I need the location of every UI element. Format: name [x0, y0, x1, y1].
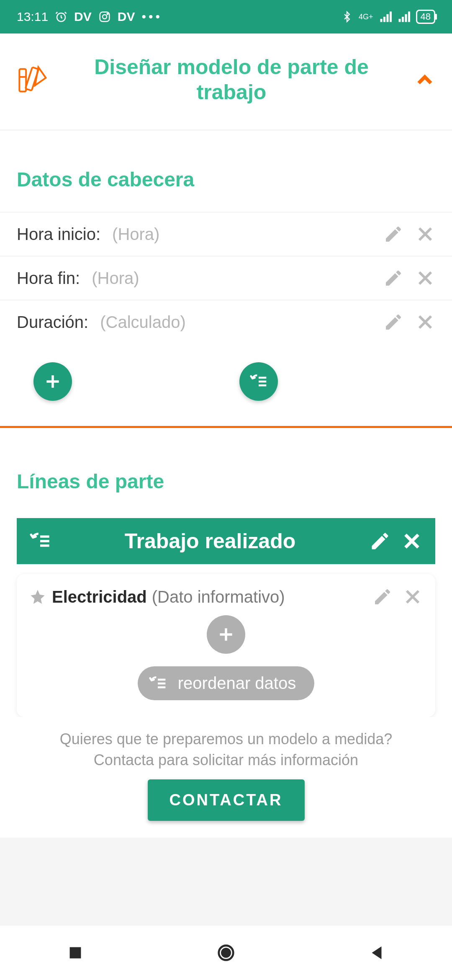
svg-rect-16: [70, 947, 81, 959]
edit-icon[interactable]: [383, 224, 403, 244]
row-duracion[interactable]: Duración: (Calculado): [0, 300, 452, 344]
more-icon: •••: [141, 10, 162, 24]
edit-icon[interactable]: [369, 530, 391, 552]
chevron-up-icon[interactable]: [414, 69, 435, 90]
system-nav-bar: [0, 926, 452, 980]
signal-icon-2: [398, 10, 410, 23]
design-icon: [17, 64, 49, 95]
network-label: 4G+: [359, 13, 373, 21]
status-bar: 13:11 DV DV ••• 4G+ 48: [0, 0, 452, 34]
row-label: Hora inicio:: [17, 225, 100, 244]
footer-line-1: Quieres que te preparemos un modelo a me…: [17, 729, 435, 750]
group-header-trabajo[interactable]: Trabajo realizado: [17, 518, 435, 564]
row-hora-inicio[interactable]: Hora inicio: (Hora): [0, 212, 452, 256]
reorder-button[interactable]: [239, 362, 278, 401]
reorder-data-label: reordenar datos: [178, 674, 296, 693]
row-hint: (Calculado): [100, 313, 186, 332]
edit-icon[interactable]: [383, 268, 403, 288]
line-item-title: Electricidad: [52, 588, 147, 606]
close-icon[interactable]: [415, 224, 435, 244]
line-item-subtitle: (Dato informativo): [152, 588, 285, 606]
row-hora-fin[interactable]: Hora fin: (Hora): [0, 256, 452, 300]
close-icon[interactable]: [403, 587, 423, 607]
row-label: Hora fin:: [17, 269, 80, 288]
row-hint: (Hora): [112, 225, 159, 244]
status-time: 13:11: [17, 10, 48, 24]
close-icon[interactable]: [415, 268, 435, 288]
svg-point-2: [103, 15, 107, 19]
bluetooth-icon: [341, 11, 353, 23]
row-hint: (Hora): [92, 269, 139, 288]
section-header-data: Datos de cabecera Hora inicio: (Hora) Ho…: [0, 130, 452, 426]
group-title: Trabajo realizado: [51, 529, 369, 553]
status-badge-1: DV: [74, 10, 92, 24]
row-label: Duración:: [17, 313, 88, 332]
page-title: Diseñar modelo de parte de trabajo: [60, 54, 403, 105]
section-title-header: Datos de cabecera: [0, 130, 452, 212]
instagram-icon: [98, 10, 111, 23]
footer: Quieres que te preparemos un modelo a me…: [0, 717, 452, 838]
alarm-icon: [55, 10, 67, 23]
battery-indicator: 48: [416, 10, 435, 24]
signal-icon-1: [379, 10, 392, 23]
line-item-card: Electricidad (Dato informativo) reordena…: [17, 574, 435, 717]
add-line-button[interactable]: [207, 615, 245, 654]
nav-home-icon[interactable]: [216, 943, 236, 962]
reorder-icon[interactable]: [29, 530, 51, 552]
reorder-data-button[interactable]: reordenar datos: [138, 666, 314, 700]
page-header[interactable]: Diseñar modelo de parte de trabajo: [0, 34, 452, 130]
contact-button[interactable]: CONTACTAR: [148, 779, 305, 821]
section-title-lines: Líneas de parte: [0, 428, 452, 518]
status-badge-2: DV: [118, 10, 135, 24]
edit-icon[interactable]: [372, 587, 393, 607]
svg-point-3: [107, 13, 108, 15]
close-icon[interactable]: [401, 530, 423, 552]
nav-back-icon[interactable]: [367, 943, 386, 962]
svg-point-18: [222, 949, 230, 957]
add-button[interactable]: [33, 362, 72, 401]
edit-icon[interactable]: [383, 312, 403, 332]
footer-line-2: Contacta para solicitar más información: [17, 750, 435, 771]
close-icon[interactable]: [415, 312, 435, 332]
nav-recent-icon[interactable]: [66, 943, 85, 962]
star-icon[interactable]: [29, 588, 46, 605]
